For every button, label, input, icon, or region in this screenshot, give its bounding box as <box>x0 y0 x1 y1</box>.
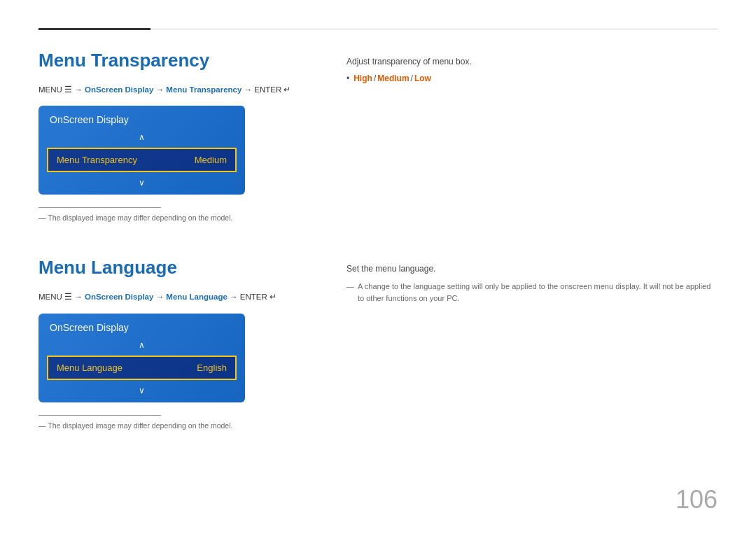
menu-path-part2-2: Menu Language <box>166 293 227 301</box>
option-high: High <box>354 73 372 83</box>
section1-right: Adjust transparency of menu box. • High … <box>346 50 718 243</box>
arrow2-2: → <box>156 293 167 301</box>
top-line-dark <box>38 28 150 30</box>
section1-description: Adjust transparency of menu box. <box>346 57 718 66</box>
menu-path-part2: Menu Transparency <box>166 85 241 94</box>
sep2: / <box>411 73 413 83</box>
bullet-1: • <box>346 73 349 83</box>
top-decorative-lines <box>38 28 718 30</box>
section2-right: Set the menu language. A change to the l… <box>346 257 718 450</box>
osd-header-1: OnScreen Display <box>38 106 245 129</box>
section1-row: Menu Transparency MENU ☰ → OnScreen Disp… <box>38 50 718 243</box>
section1-title: Menu Transparency <box>38 50 318 71</box>
section1-divider <box>38 207 161 208</box>
osd-header-2: OnScreen Display <box>38 314 245 337</box>
section1-note: ― The displayed image may differ dependi… <box>38 213 318 222</box>
section2-menu-path: MENU ☰ → OnScreen Display → Menu Languag… <box>38 291 318 303</box>
section1-menu-path: MENU ☰ → OnScreen Display → Menu Transpa… <box>38 84 318 96</box>
section1-left: Menu Transparency MENU ☰ → OnScreen Disp… <box>38 50 318 243</box>
section1-osd-box: OnScreen Display ∧ Menu Transparency Med… <box>38 106 245 195</box>
osd-chevron-down-1: ∨ <box>38 175 245 195</box>
arrow1: → <box>74 85 85 94</box>
osd-row-label-2: Menu Language <box>57 363 122 373</box>
menu-path-part1-2: OnScreen Display <box>85 293 153 301</box>
menu-path-prefix-2: MENU <box>38 293 62 301</box>
page-container: Menu Transparency MENU ☰ → OnScreen Disp… <box>0 0 756 534</box>
osd-row-2: Menu Language English <box>47 356 237 380</box>
arrow3: → <box>244 85 255 94</box>
arrow2: → <box>156 85 167 94</box>
osd-chevron-up-1: ∧ <box>38 129 245 145</box>
section2-divider <box>38 415 161 416</box>
menu-path-suffix-2: ENTER <box>240 293 267 301</box>
section2-title: Menu Language <box>38 257 318 279</box>
osd-row-value-2: English <box>197 363 227 373</box>
osd-row-value-1: Medium <box>195 155 227 165</box>
sep1: / <box>374 73 376 83</box>
option-low: Low <box>414 73 431 83</box>
menu-icon-2: ☰ <box>64 293 74 301</box>
section2-info-note: A change to the language setting will on… <box>346 281 718 304</box>
osd-chevron-up-2: ∧ <box>38 337 245 353</box>
osd-chevron-down-2: ∨ <box>38 383 245 402</box>
menu-path-part1: OnScreen Display <box>85 85 153 94</box>
section2-description: Set the menu language. <box>346 264 718 274</box>
section2-osd-box: OnScreen Display ∧ Menu Language English… <box>38 314 245 402</box>
section2-left: Menu Language MENU ☰ → OnScreen Display … <box>38 257 318 450</box>
arrow3-2: → <box>230 293 240 301</box>
menu-path-prefix: MENU <box>38 85 62 94</box>
osd-row-label-1: Menu Transparency <box>57 155 137 165</box>
section2-note: ― The displayed image may differ dependi… <box>38 421 318 430</box>
menu-path-suffix: ENTER <box>254 85 281 94</box>
enter-icon-2: ↵ <box>270 293 276 301</box>
option-medium: Medium <box>377 73 409 83</box>
top-line-light <box>150 29 718 29</box>
enter-icon-1: ↵ <box>284 85 290 94</box>
menu-icon-1: ☰ <box>64 85 74 94</box>
section2-row: Menu Language MENU ☰ → OnScreen Display … <box>38 257 718 450</box>
osd-row-1: Menu Transparency Medium <box>47 148 237 172</box>
page-number: 106 <box>676 485 718 514</box>
arrow1-2: → <box>74 293 85 301</box>
section1-options: • High / Medium / Low <box>346 73 718 83</box>
